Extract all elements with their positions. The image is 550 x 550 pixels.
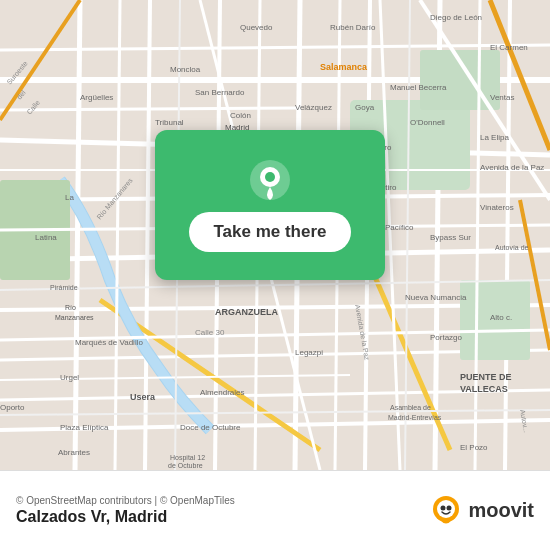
svg-text:VALLECAS: VALLECAS (460, 384, 508, 394)
svg-text:Goya: Goya (355, 103, 375, 112)
svg-text:Usera: Usera (130, 392, 156, 402)
svg-text:ARGANZUELA: ARGANZUELA (215, 307, 278, 317)
svg-line-23 (0, 108, 300, 110)
bottom-left-info: © OpenStreetMap contributors | © OpenMap… (16, 495, 235, 526)
svg-text:Nueva Numancia: Nueva Numancia (405, 293, 467, 302)
map-attribution: © OpenStreetMap contributors | © OpenMap… (16, 495, 235, 506)
svg-text:Avenida de la Paz: Avenida de la Paz (480, 163, 544, 172)
svg-text:Moncloa: Moncloa (170, 65, 201, 74)
svg-text:Río: Río (65, 304, 76, 311)
svg-text:Manuel Becerra: Manuel Becerra (390, 83, 447, 92)
svg-text:Latina: Latina (35, 233, 57, 242)
svg-point-107 (441, 505, 446, 510)
svg-point-104 (265, 172, 275, 182)
svg-text:Abrantes: Abrantes (58, 448, 90, 457)
svg-text:O'Donnell: O'Donnell (410, 118, 445, 127)
svg-text:Quevedo: Quevedo (240, 23, 273, 32)
svg-text:Pacífico: Pacífico (385, 223, 414, 232)
svg-text:Colón: Colón (230, 111, 251, 120)
svg-point-108 (447, 505, 452, 510)
svg-text:Manzanares: Manzanares (55, 314, 94, 321)
svg-text:Plaza Elíptica: Plaza Elíptica (60, 423, 109, 432)
svg-text:Madrid-Entrevías: Madrid-Entrevías (388, 414, 442, 421)
moovit-brand-icon (430, 495, 462, 527)
svg-text:Marqués de Vadillo: Marqués de Vadillo (75, 338, 143, 347)
svg-text:El Pozo: El Pozo (460, 443, 488, 452)
svg-text:El Carmen: El Carmen (490, 43, 528, 52)
navigation-card: Take me there (155, 130, 385, 280)
location-pin-icon (248, 158, 292, 202)
svg-text:San Bernardo: San Bernardo (195, 88, 245, 97)
svg-text:Velázquez: Velázquez (295, 103, 332, 112)
moovit-text: moovit (468, 499, 534, 522)
svg-text:Calle 30: Calle 30 (195, 328, 225, 337)
svg-point-106 (437, 500, 455, 518)
svg-text:Bypass Sur: Bypass Sur (430, 233, 471, 242)
svg-text:Ventas: Ventas (490, 93, 514, 102)
svg-text:Urgel: Urgel (60, 373, 79, 382)
svg-text:Autovía de: Autovía de (495, 244, 529, 251)
svg-text:Argüelles: Argüelles (80, 93, 113, 102)
svg-text:La: La (65, 193, 74, 202)
svg-text:Portazgo: Portazgo (430, 333, 463, 342)
svg-text:Asamblea de: Asamblea de (390, 404, 431, 411)
svg-text:Pirámide: Pirámide (50, 284, 78, 291)
svg-text:Almendrales: Almendrales (200, 388, 244, 397)
take-me-there-button[interactable]: Take me there (189, 212, 350, 252)
location-name: Calzados Vr, Madrid (16, 508, 235, 526)
svg-text:Oporto: Oporto (0, 403, 25, 412)
svg-text:Vinateros: Vinateros (480, 203, 514, 212)
svg-text:Salamanca: Salamanca (320, 62, 368, 72)
moovit-logo: moovit (430, 495, 534, 527)
svg-text:La Elipa: La Elipa (480, 133, 509, 142)
svg-text:PUENTE DE: PUENTE DE (460, 372, 512, 382)
bottom-bar: © OpenStreetMap contributors | © OpenMap… (0, 470, 550, 550)
svg-text:Rubén Darío: Rubén Darío (330, 23, 376, 32)
svg-text:Tribunal: Tribunal (155, 118, 184, 127)
svg-text:Alto c.: Alto c. (490, 313, 512, 322)
svg-text:Hospital 12: Hospital 12 (170, 454, 205, 462)
svg-text:de Octubre: de Octubre (168, 462, 203, 469)
svg-text:Diego de León: Diego de León (430, 13, 482, 22)
svg-text:Doce de Octubre: Doce de Octubre (180, 423, 241, 432)
svg-text:Legazpi: Legazpi (295, 348, 323, 357)
